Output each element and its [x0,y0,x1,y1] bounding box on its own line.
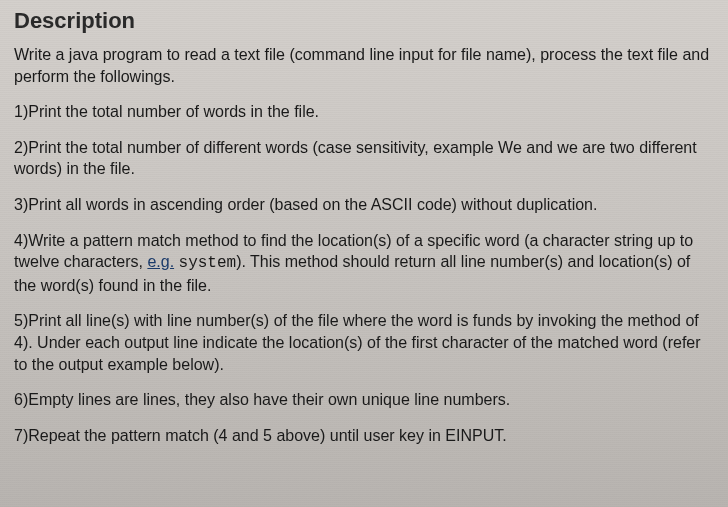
step-4: 4)Write a pattern match method to find t… [14,230,714,297]
step-2: 2)Print the total number of different wo… [14,137,714,180]
step-7: 7)Repeat the pattern match (4 and 5 abov… [14,425,714,447]
step-5: 5)Print all line(s) with line number(s) … [14,310,714,375]
step-6: 6)Empty lines are lines, they also have … [14,389,714,411]
intro-paragraph: Write a java program to read a text file… [14,44,714,87]
page-title: Description [14,8,714,34]
step-1: 1)Print the total number of words in the… [14,101,714,123]
example-abbr: e.g. [147,253,174,270]
step-3: 3)Print all words in ascending order (ba… [14,194,714,216]
code-example: system [179,254,237,272]
